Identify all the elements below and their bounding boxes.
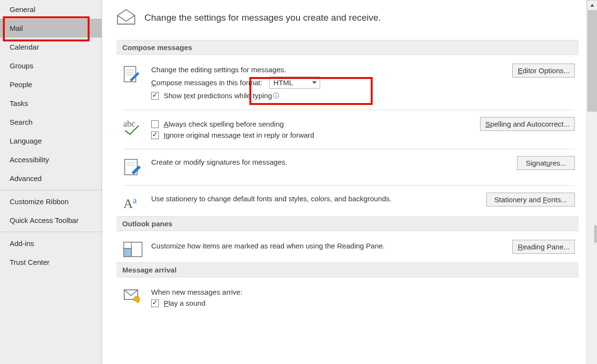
sidebar-item-label: Customize Ribbon	[10, 197, 69, 206]
sidebar-item-groups[interactable]: Groups	[0, 56, 102, 75]
sidebar-item-label: Language	[10, 137, 42, 145]
svg-marker-16	[590, 4, 594, 7]
sidebar-item-calendar[interactable]: Calendar	[0, 38, 102, 56]
sidebar-item-add-ins[interactable]: Add-ins	[0, 234, 102, 253]
edit-page-icon	[123, 65, 140, 86]
sidebar-item-label: Quick Access Toolbar	[10, 216, 78, 224]
envelope-icon	[117, 9, 136, 26]
scroll-thumb[interactable]	[587, 11, 597, 112]
svg-text:a: a	[133, 195, 137, 205]
reading-pane-line: Customize how items are marked as read w…	[151, 242, 479, 250]
sidebar-item-tasks[interactable]: Tasks	[0, 94, 102, 113]
sidebar-item-label: Search	[10, 118, 33, 126]
editor-options-button[interactable]: EEditor Options...ditor Options...	[512, 64, 575, 78]
section-arrival-header: Message arrival	[117, 262, 579, 277]
divider	[123, 110, 574, 110]
predictions-checkbox[interactable]	[151, 92, 159, 100]
sidebar: General Mail Calendar Groups People Task…	[0, 0, 102, 364]
mail-bell-icon	[123, 288, 143, 306]
predictions-label: Show text predictions while typingⓘ	[164, 91, 279, 100]
ignore-original-label: Ignore original message text in reply or…	[164, 131, 314, 139]
main-panel: Change the settings for messages you cre…	[102, 0, 586, 364]
sidebar-divider	[0, 232, 102, 232]
page-header: Change the settings for messages you cre…	[117, 9, 579, 26]
row-spelling: abc Always check spelling before sending…	[117, 113, 579, 146]
sidebar-item-label: Tasks	[10, 99, 28, 107]
sidebar-item-search[interactable]: Search	[0, 113, 102, 131]
sidebar-item-accessibility[interactable]: Accessibility	[0, 150, 102, 169]
stationery-line: Use stationery to change default fonts a…	[151, 195, 479, 203]
reading-pane-button[interactable]: Reading Pane...	[512, 240, 575, 254]
sidebar-item-language[interactable]: Language	[0, 131, 102, 150]
format-select[interactable]: HTML	[269, 77, 320, 89]
arrival-line: When new messages arrive:	[151, 288, 479, 296]
chevron-down-icon	[312, 81, 317, 84]
sidebar-item-label: Calendar	[10, 43, 39, 51]
svg-text:abc: abc	[123, 119, 135, 129]
stationery-fonts-button[interactable]: Stationery and Fonts...	[486, 193, 575, 207]
pane-layout-icon	[123, 242, 143, 259]
row-reading-pane: Customize how items are marked as read w…	[117, 236, 579, 262]
info-icon: ⓘ	[273, 91, 279, 100]
spellcheck-label: Always check spelling before sending	[164, 120, 284, 128]
sidebar-divider	[0, 190, 102, 190]
sidebar-item-label: Accessibility	[10, 156, 49, 164]
sidebar-item-mail[interactable]: Mail	[0, 19, 102, 38]
sidebar-item-label: Groups	[10, 62, 33, 70]
sidebar-item-advanced[interactable]: Advanced	[0, 169, 102, 188]
scrollbar[interactable]	[586, 0, 597, 364]
scroll-up-button[interactable]	[587, 0, 597, 11]
play-sound-label: Play a sound	[164, 299, 206, 307]
section-panes-header: Outlook panes	[117, 216, 579, 231]
sidebar-item-trust-center[interactable]: Trust Center	[0, 253, 102, 272]
ignore-original-checkbox[interactable]	[151, 131, 159, 139]
signature-icon	[123, 158, 143, 179]
sidebar-item-label: General	[10, 5, 35, 13]
sidebar-item-quick-access-toolbar[interactable]: Quick Access Toolbar	[0, 211, 102, 230]
sidebar-item-label: Trust Center	[10, 258, 50, 266]
sidebar-item-general[interactable]: General	[0, 0, 102, 19]
section-compose-header: Compose messages	[117, 40, 579, 55]
format-label: Compose messages in this format:	[151, 78, 262, 87]
format-select-value: HTML	[273, 78, 293, 87]
sidebar-item-label: Add-ins	[10, 239, 34, 247]
divider	[123, 149, 574, 149]
signatures-line: Create or modify signatures for messages…	[151, 158, 479, 166]
sidebar-item-customize-ribbon[interactable]: Customize Ribbon	[0, 192, 102, 211]
svg-rect-11	[124, 248, 131, 257]
page-title: Change the settings for messages you cre…	[144, 13, 381, 23]
sidebar-item-label: Advanced	[10, 174, 42, 182]
sidebar-item-label: Mail	[10, 24, 23, 32]
row-stationery: A a Use stationery to change default fon…	[117, 189, 579, 216]
sidebar-item-people[interactable]: People	[0, 75, 102, 94]
spellcheck-icon: abc	[123, 119, 144, 138]
play-sound-checkbox[interactable]	[151, 299, 159, 307]
signatures-button[interactable]: Signatures...	[517, 156, 575, 170]
spelling-autocorrect-button[interactable]: Spelling and Autocorrect...	[480, 117, 575, 131]
row-signatures: Create or modify signatures for messages…	[117, 152, 579, 182]
fonts-icon: A a	[123, 195, 143, 212]
sidebar-item-label: People	[10, 80, 32, 89]
row-arrival: When new messages arrive: Play a sound	[117, 282, 579, 314]
row-editing: Change the editing settings for messages…	[117, 60, 579, 107]
editing-line: Change the editing settings for messages…	[151, 65, 479, 74]
svg-rect-0	[124, 66, 136, 82]
spellcheck-checkbox[interactable]	[151, 120, 159, 128]
svg-point-15	[137, 301, 139, 303]
svg-text:A: A	[123, 196, 133, 211]
window-edge-marker	[594, 225, 597, 243]
divider	[123, 185, 574, 186]
